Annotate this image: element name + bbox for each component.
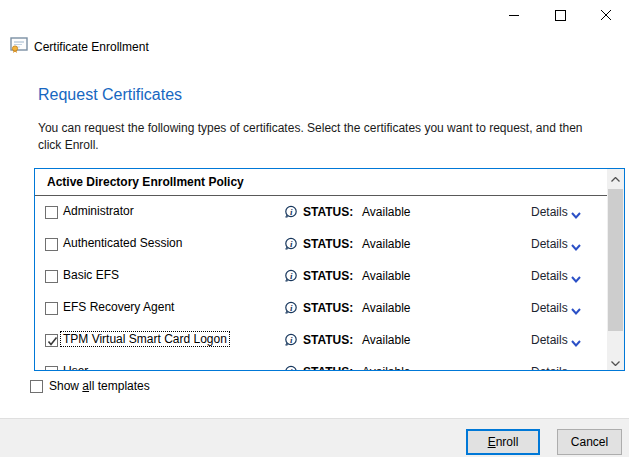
status-value: Available [362,237,410,251]
status-label: STATUS: [303,333,353,347]
minimize-icon [509,10,520,21]
show-all-label: Show all templates [49,379,150,393]
maximize-button[interactable] [537,0,583,30]
template-checkbox[interactable] [45,366,58,370]
status-value: Available [362,301,410,315]
page-description-line2: click Enroll. [38,137,583,154]
certificate-template-list: Active Directory Enrollment Policy Admin… [34,168,625,371]
template-name[interactable]: User [63,364,88,370]
template-rows: Administrator i STATUS: Available Detail… [35,196,607,370]
show-all-checkbox[interactable] [30,380,43,393]
status-label: STATUS: [303,269,353,283]
window-title-area: Certificate Enrollment [10,37,149,56]
details-chevron-icon[interactable] [571,336,581,350]
page-description: You can request the following types of c… [38,120,583,154]
info-icon: i [284,237,298,254]
status-label: STATUS: [303,301,353,315]
status-label: STATUS: [303,237,353,251]
details-chevron-icon[interactable] [571,272,581,286]
details-label[interactable]: Details [531,333,568,347]
info-icon: i [284,301,298,318]
details-chevron-icon[interactable] [571,208,581,222]
window-title: Certificate Enrollment [34,40,149,54]
scroll-down-button[interactable] [607,353,624,370]
maximize-icon [555,10,566,21]
scroll-up-button[interactable] [607,169,624,186]
details-label[interactable]: Details [531,301,568,315]
status-value: Available [362,365,410,370]
template-row: Administrator i STATUS: Available Detail… [35,196,607,228]
certificate-icon [10,37,28,56]
details-label[interactable]: Details [531,365,568,370]
info-icon: i [284,333,298,350]
enrollment-policy-header: Active Directory Enrollment Policy [35,169,607,196]
status-value: Available [362,333,410,347]
svg-text:i: i [290,335,293,345]
details-label[interactable]: Details [531,205,568,219]
template-row: User i STATUS: Available Details [35,356,607,370]
template-name[interactable]: EFS Recovery Agent [63,300,174,314]
template-checkbox[interactable] [45,270,58,283]
scrollbar[interactable] [607,169,624,370]
details-label[interactable]: Details [531,237,568,251]
chevron-up-icon [611,171,620,185]
template-row: EFS Recovery Agent i STATUS: Available D… [35,292,607,324]
template-name[interactable]: Authenticated Session [63,236,182,250]
close-icon [600,9,612,21]
template-name[interactable]: TPM Virtual Smart Card Logon [61,332,229,346]
page-description-line1: You can request the following types of c… [38,120,583,137]
svg-text:i: i [290,239,293,249]
template-row: TPM Virtual Smart Card Logon i STATUS: A… [35,324,607,356]
scrollbar-thumb[interactable] [608,189,623,331]
svg-text:i: i [290,207,293,217]
svg-text:i: i [290,271,293,281]
status-label: STATUS: [303,205,353,219]
template-checkbox[interactable] [45,206,58,219]
close-button[interactable] [583,0,629,30]
template-checkbox[interactable] [45,334,58,347]
template-row: Authenticated Session i STATUS: Availabl… [35,228,607,260]
page-title: Request Certificates [38,86,182,104]
status-label: STATUS: [303,365,353,370]
template-checkbox[interactable] [45,238,58,251]
show-all-label-post: ll templates [89,379,150,393]
info-icon: i [284,205,298,222]
status-value: Available [362,269,410,283]
enroll-button-accel: E [488,435,496,449]
details-label[interactable]: Details [531,269,568,283]
show-all-templates[interactable]: Show all templates [30,379,150,393]
info-icon: i [284,269,298,286]
cancel-button[interactable]: Cancel [557,429,622,455]
details-chevron-icon[interactable] [571,240,581,254]
minimize-button[interactable] [491,0,537,30]
template-checkbox[interactable] [45,302,58,315]
enroll-button-rest: nroll [496,435,519,449]
svg-text:i: i [290,303,293,313]
chevron-down-icon [611,355,620,369]
show-all-label-pre: Show [49,379,82,393]
status-value: Available [362,205,410,219]
template-name[interactable]: Basic EFS [63,268,119,282]
template-name[interactable]: Administrator [63,204,134,218]
details-chevron-icon[interactable] [571,368,581,370]
enroll-button[interactable]: Enroll [466,429,540,455]
info-icon: i [284,365,298,370]
template-row: Basic EFS i STATUS: Available Details [35,260,607,292]
details-chevron-icon[interactable] [571,304,581,318]
